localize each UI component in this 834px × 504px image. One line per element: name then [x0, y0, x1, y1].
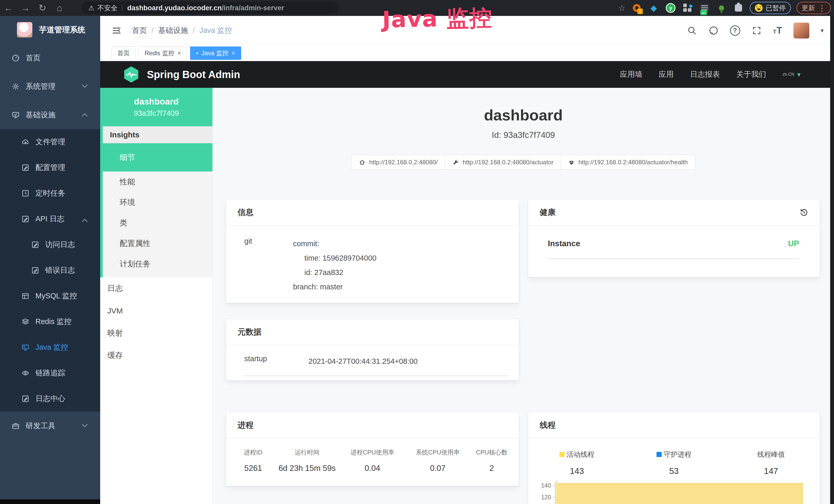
- search-icon[interactable]: [687, 25, 697, 36]
- history-icon[interactable]: [799, 208, 808, 217]
- chevron-up-icon: [82, 113, 88, 119]
- tags-view-bar: 首页 Redis 监控 × ● Java 监控 ×: [100, 45, 834, 61]
- extension-sprout-icon[interactable]: [716, 2, 727, 14]
- extensions-puzzle-icon[interactable]: [733, 2, 744, 14]
- sba-item-details[interactable]: 细节: [103, 143, 213, 171]
- threads-chart: 140 120 100: [536, 482, 807, 504]
- instance-title: dashboard: [213, 106, 834, 124]
- breadcrumb-home[interactable]: 首页: [132, 25, 147, 36]
- sidebar-item-api-logs[interactable]: API 日志: [0, 206, 100, 232]
- user-menu-caret-icon[interactable]: ▾: [821, 27, 824, 34]
- actuator-url-button[interactable]: http://192.168.0.2:48080/actuator: [445, 155, 561, 170]
- sba-sidebar: dashboard 93a3fc7f7409 Insights 细节 性能 环境…: [100, 88, 213, 504]
- extension-orange-icon[interactable]: 1: [631, 2, 642, 14]
- close-icon[interactable]: ×: [177, 50, 181, 56]
- metadata-value: 2021-04-27T00:44:31.254+08:00: [308, 354, 508, 368]
- sidebar-item-home[interactable]: 首页: [0, 44, 100, 72]
- tab-redis-monitor[interactable]: Redis 监控 ×: [139, 46, 187, 60]
- peak-threads-value: 147: [723, 466, 820, 476]
- home-icon: [359, 159, 366, 166]
- sidebar-submenu-infrastructure: 文件管理 配置管理 定时任务 API 日志 访问日志 错误日志 MySQL 监控: [0, 129, 100, 412]
- info-key: git: [244, 236, 293, 294]
- table-icon: [21, 292, 30, 300]
- app-sidebar: 芋道管理系统 首页 系统管理 基础设施 文件管理 配置管理 定时任务 API 日…: [0, 16, 100, 499]
- log-edit-icon: [21, 394, 30, 403]
- sba-header: Spring Boot Admin 应用墙 应用 日志报表 关于我们 zh-CN…: [100, 61, 834, 88]
- update-menu-button[interactable]: 更新 ⋮: [796, 2, 831, 14]
- sba-nav-about[interactable]: 关于我们: [737, 69, 766, 79]
- window-scrollbar-edge[interactable]: [830, 16, 834, 504]
- breadcrumb-infrastructure[interactable]: 基础设施: [158, 25, 188, 36]
- fullscreen-icon[interactable]: [751, 25, 762, 36]
- legend-blue-swatch: [657, 452, 662, 457]
- browser-back-icon[interactable]: ←: [0, 0, 17, 16]
- daemon-threads-value: 53: [626, 466, 723, 476]
- sidebar-item-config-manage[interactable]: 配置管理: [0, 155, 100, 181]
- sidebar-item-access-logs[interactable]: 访问日志: [0, 232, 100, 257]
- process-card-title: 进程: [238, 420, 254, 431]
- sidebar-item-java-monitor[interactable]: Java 监控: [0, 335, 100, 360]
- sidebar-item-scheduled-jobs[interactable]: 定时任务: [0, 181, 100, 206]
- sba-item-environment[interactable]: 环境: [103, 192, 213, 212]
- threads-card-title: 线程: [540, 420, 555, 431]
- health-url-button[interactable]: http://192.168.0.2:48080/actuator/health: [561, 155, 695, 170]
- github-icon[interactable]: [708, 25, 719, 36]
- legend-daemon-threads: 守护进程: [657, 450, 692, 459]
- sba-nav-journal[interactable]: 日志报表: [690, 69, 720, 79]
- close-icon[interactable]: ×: [232, 50, 235, 56]
- sba-item-logs[interactable]: 日志: [100, 277, 213, 300]
- sidebar-item-tracing[interactable]: 链路追踪: [0, 360, 100, 386]
- chevron-down-icon: [82, 421, 88, 428]
- sidebar-collapse-icon[interactable]: [111, 25, 122, 36]
- sba-nav-applications[interactable]: 应用: [659, 69, 674, 79]
- bookmark-star-icon[interactable]: ☆: [618, 3, 626, 13]
- window-bottom-edge: [0, 499, 100, 504]
- paused-chip[interactable]: 已暂停: [750, 2, 791, 14]
- tab-java-monitor[interactable]: ● Java 监控 ×: [190, 46, 241, 60]
- service-url-button[interactable]: http://192.168.0.2:48080/: [351, 155, 445, 170]
- sidebar-item-file-manage[interactable]: 文件管理: [0, 129, 100, 155]
- sidebar-item-redis-monitor[interactable]: Redis 监控: [0, 309, 100, 335]
- sba-item-config-props[interactable]: 配置属性: [103, 233, 213, 254]
- browser-reload-icon[interactable]: ↻: [34, 0, 51, 16]
- sba-item-scheduled-tasks[interactable]: 计划任务: [103, 254, 213, 274]
- health-card-title: 健康: [540, 207, 555, 218]
- avatar[interactable]: [793, 23, 809, 39]
- app-logo[interactable]: 芋道管理系统: [0, 16, 100, 44]
- browser-home-icon[interactable]: ⌂: [51, 0, 68, 16]
- sba-language-select[interactable]: zh-CN ▾: [783, 71, 800, 78]
- instance-links: http://192.168.0.2:48080/ http://192.168…: [213, 155, 834, 170]
- tab-home[interactable]: 首页: [111, 46, 136, 60]
- sba-nav-wallboard[interactable]: 应用墙: [620, 69, 642, 79]
- sba-item-classes[interactable]: 类: [103, 212, 213, 233]
- help-icon[interactable]: ?: [730, 25, 740, 36]
- address-bar[interactable]: ⚠ 不安全 dashboard.yudao.iocoder.cn /infra/…: [82, 2, 338, 14]
- git-commit-line: commit:: [293, 236, 508, 251]
- active-dot-icon: ●: [196, 51, 198, 55]
- sba-item-jvm[interactable]: JVM: [100, 300, 213, 322]
- text-size-icon[interactable]: TT: [773, 25, 782, 36]
- legend-peak-threads: 线程峰值: [757, 450, 785, 459]
- extension-y-icon[interactable]: y: [665, 2, 676, 14]
- sidebar-item-log-center[interactable]: 日志中心: [0, 386, 100, 412]
- extension-grid-icon[interactable]: ◆: [682, 2, 693, 14]
- sidebar-item-infrastructure[interactable]: 基础设施: [0, 101, 100, 129]
- extension-list-icon[interactable]: on: [699, 2, 710, 14]
- chart-axis-cap: [555, 482, 559, 482]
- breadcrumb-current: Java 监控: [199, 25, 232, 36]
- browser-forward-icon[interactable]: →: [17, 0, 34, 16]
- git-id-line: id: 27aa832: [293, 265, 508, 280]
- extension-pin-icon[interactable]: ◆: [648, 2, 659, 14]
- sba-main-content: dashboard Id: 93a3fc7f7409 http://192.16…: [213, 88, 834, 504]
- sba-item-metrics[interactable]: 性能: [103, 171, 213, 192]
- sba-item-mappings[interactable]: 映射: [100, 322, 213, 344]
- sidebar-item-dev-tools[interactable]: 研发工具: [0, 412, 100, 440]
- dashboard-gauge-icon: [11, 54, 20, 62]
- sba-brand[interactable]: Spring Boot Admin: [147, 69, 240, 81]
- sidebar-item-system[interactable]: 系统管理: [0, 72, 100, 101]
- sidebar-item-mysql-monitor[interactable]: MySQL 监控: [0, 283, 100, 309]
- sba-item-caches[interactable]: 缓存: [100, 344, 213, 367]
- metadata-startup-row: startup 2021-04-27T00:44:31.254+08:00: [244, 354, 508, 376]
- sidebar-item-error-logs[interactable]: 错误日志: [0, 257, 100, 283]
- breadcrumb: 首页 / 基础设施 / Java 监控: [132, 25, 232, 36]
